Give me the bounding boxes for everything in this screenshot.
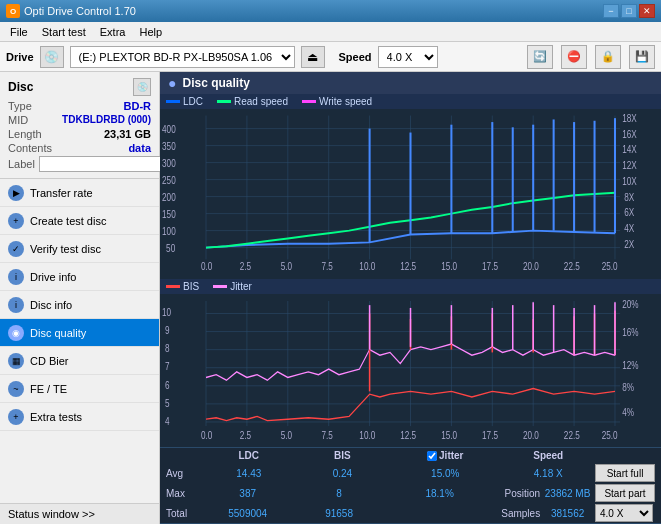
svg-text:5.0: 5.0 (281, 428, 293, 441)
svg-text:20.0: 20.0 (523, 428, 539, 441)
app-title: Opti Drive Control 1.70 (24, 5, 136, 17)
disc-contents-label: Contents (8, 142, 52, 154)
sidebar-item-extra-tests[interactable]: + Extra tests (0, 403, 159, 431)
svg-text:9: 9 (165, 324, 170, 337)
nav-label-drive-info: Drive info (30, 271, 76, 283)
nav-label-fe-te: FE / TE (30, 383, 67, 395)
disc-mid-value: TDKBLDRBD (000) (62, 114, 151, 126)
start-part-button[interactable]: Start part (595, 484, 655, 502)
drive-select[interactable]: (E:) PLEXTOR BD-R PX-LB950SA 1.06 (70, 46, 295, 68)
title-bar-controls: − □ ✕ (603, 4, 655, 18)
disc-mid-label: MID (8, 114, 28, 126)
svg-text:10: 10 (162, 306, 172, 319)
legend-bis: BIS (166, 281, 199, 292)
svg-text:17.5: 17.5 (482, 260, 498, 272)
svg-text:50: 50 (166, 242, 175, 254)
toolbar-btn-save[interactable]: 💾 (629, 45, 655, 69)
write-speed-color-swatch (302, 100, 316, 103)
title-bar: O Opti Drive Control 1.70 − □ ✕ (0, 0, 661, 22)
sidebar-item-fe-te[interactable]: ~ FE / TE (0, 375, 159, 403)
svg-text:400: 400 (162, 123, 176, 135)
sidebar-item-create-test-disc[interactable]: + Create test disc (0, 207, 159, 235)
ldc-color-swatch (166, 100, 180, 103)
svg-text:22.5: 22.5 (564, 428, 580, 441)
disc-info-icon: i (8, 297, 24, 313)
svg-text:350: 350 (162, 140, 176, 152)
disc-length-label: Length (8, 128, 42, 140)
status-window-label: Status window >> (8, 508, 95, 520)
disc-mid-row: MID TDKBLDRBD (000) (8, 114, 151, 126)
sidebar-item-disc-info[interactable]: i Disc info (0, 291, 159, 319)
bis-label: BIS (183, 281, 199, 292)
disc-icon-btn[interactable]: 💿 (133, 78, 151, 96)
top-chart-container: 400 350 300 250 200 150 100 50 18X 16X 1… (160, 109, 661, 279)
drive-icon: 💿 (40, 46, 64, 68)
avg-ldc: 14.43 (202, 468, 296, 479)
svg-text:25.0: 25.0 (602, 260, 618, 272)
position-value: 23862 MB (540, 488, 595, 499)
bottom-chart-legend: BIS Jitter (160, 279, 661, 294)
svg-text:6X: 6X (624, 206, 635, 218)
svg-text:7.5: 7.5 (322, 260, 333, 272)
read-speed-color-swatch (217, 100, 231, 103)
action-buttons: Start full (595, 464, 655, 482)
sidebar-item-verify-test-disc[interactable]: ✓ Verify test disc (0, 235, 159, 263)
toolbar-btn-1[interactable]: 🔄 (527, 45, 553, 69)
speed-select-drive[interactable]: 4.0 X (378, 46, 438, 68)
write-speed-label: Write speed (319, 96, 372, 107)
sidebar-item-transfer-rate[interactable]: ▶ Transfer rate (0, 179, 159, 207)
speed-select-stats[interactable]: 4.0 X (595, 504, 653, 522)
svg-text:0.0: 0.0 (201, 260, 212, 272)
total-bis: 91658 (293, 508, 384, 519)
minimize-button[interactable]: − (603, 4, 619, 18)
svg-text:6: 6 (165, 378, 170, 391)
nav-items: ▶ Transfer rate + Create test disc ✓ Ver… (0, 179, 159, 503)
svg-text:12.5: 12.5 (400, 428, 416, 441)
menu-start-test[interactable]: Start test (36, 24, 92, 40)
menu-file[interactable]: File (4, 24, 34, 40)
status-window-button[interactable]: Status window >> (0, 503, 159, 524)
ldc-col-header: LDC (202, 450, 296, 461)
drive-bar: Drive 💿 (E:) PLEXTOR BD-R PX-LB950SA 1.0… (0, 42, 661, 72)
svg-text:14X: 14X (622, 143, 637, 155)
sidebar-item-drive-info[interactable]: i Drive info (0, 263, 159, 291)
speed-label: Speed (339, 51, 372, 63)
maximize-button[interactable]: □ (621, 4, 637, 18)
svg-text:8: 8 (165, 342, 170, 355)
svg-text:10X: 10X (622, 175, 637, 187)
read-speed-label: Read speed (234, 96, 288, 107)
jitter-checkbox[interactable] (427, 451, 437, 461)
app-icon: O (6, 4, 20, 18)
eject-button[interactable]: ⏏ (301, 46, 325, 68)
svg-text:4%: 4% (622, 406, 634, 419)
sidebar: Disc 💿 Type BD-R MID TDKBLDRBD (000) Len… (0, 72, 160, 524)
top-chart-legend: LDC Read speed Write speed (160, 94, 661, 109)
disc-header: Disc 💿 (8, 78, 151, 96)
stats-avg-row: Avg 14.43 0.24 15.0% 4.18 X Start full (160, 463, 661, 483)
svg-text:7.5: 7.5 (322, 428, 334, 441)
sidebar-item-disc-quality[interactable]: ◉ Disc quality (0, 319, 159, 347)
toolbar-btn-2[interactable]: ⛔ (561, 45, 587, 69)
disc-quality-icon: ◉ (8, 325, 24, 341)
nav-label-cd-bier: CD Bier (30, 355, 69, 367)
jitter-label: Jitter (230, 281, 252, 292)
avg-jitter: 15.0% (389, 468, 501, 479)
start-part-placeholder: Start part (595, 484, 655, 502)
svg-text:2.5: 2.5 (240, 428, 252, 441)
ldc-label: LDC (183, 96, 203, 107)
bis-col-header: BIS (296, 450, 390, 461)
svg-text:16X: 16X (622, 128, 637, 140)
disc-label-input[interactable] (39, 156, 172, 172)
svg-text:12%: 12% (622, 359, 639, 372)
speed-col-header: Speed (501, 450, 595, 461)
svg-text:8%: 8% (622, 381, 634, 394)
menu-help[interactable]: Help (133, 24, 168, 40)
max-ldc: 387 (202, 488, 293, 499)
svg-text:0.0: 0.0 (201, 428, 213, 441)
sidebar-item-cd-bier[interactable]: ▦ CD Bier (0, 347, 159, 375)
close-button[interactable]: ✕ (639, 4, 655, 18)
menu-extra[interactable]: Extra (94, 24, 132, 40)
svg-text:12.5: 12.5 (400, 260, 416, 272)
start-full-button[interactable]: Start full (595, 464, 655, 482)
toolbar-btn-3[interactable]: 🔒 (595, 45, 621, 69)
